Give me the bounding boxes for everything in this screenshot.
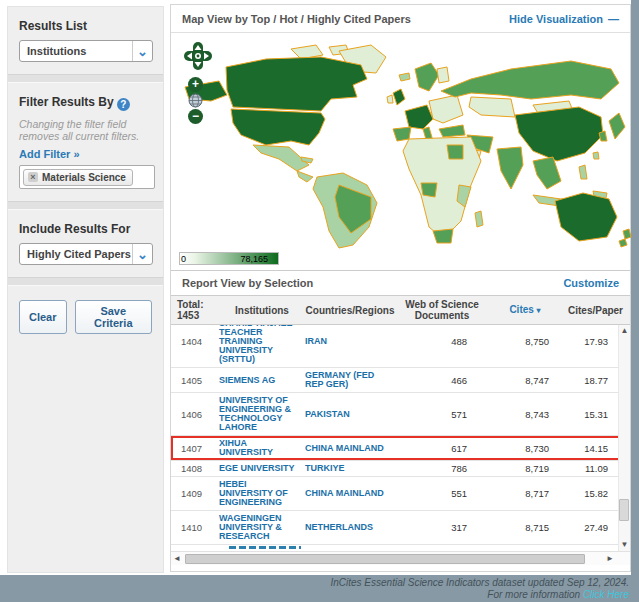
more-info-text: For more information Click Here [0, 589, 629, 601]
institution-link[interactable]: EGE UNIVERSITY [219, 464, 305, 473]
cites-value: 8,743 [489, 410, 561, 419]
scroll-left-icon[interactable]: ◄ [171, 554, 183, 563]
cites-value: 8,747 [489, 376, 561, 385]
wos-docs-value: 317 [395, 523, 489, 532]
country-link[interactable]: TURKIYE [305, 464, 395, 473]
page-footer: InCites Essential Science Indicators dat… [0, 575, 639, 602]
table-body: 1404 SHAHID RAJAEE TEACHER TRAINING UNIV… [171, 325, 630, 551]
legend-max-value: 78,165 [240, 254, 268, 264]
cites-value: 8,715 [489, 523, 561, 532]
world-map[interactable] [171, 35, 636, 253]
institution-link[interactable]: XIHUA UNIVERSITY [219, 439, 305, 457]
chevron-down-icon: ⌄ [132, 244, 152, 264]
app-window: Results List Institutions ⌄ Filter Resul… [0, 0, 631, 575]
institution-link[interactable]: SIEMENS AG [219, 376, 305, 385]
vertical-scrollbar-thumb[interactable] [619, 499, 629, 521]
institution-link[interactable]: HEBEI UNIVERSITY OF ENGINEERING [219, 480, 305, 507]
legend-min-value: 0 [181, 254, 186, 264]
filter-note: Changing the filter field removes all cu… [19, 118, 159, 142]
country-link[interactable]: CHINA MAINLAND [305, 489, 395, 498]
report-view-title: Report View by Selection [182, 277, 313, 289]
institution-link[interactable]: SHAHID RAJAEE TEACHER TRAINING UNIVERSIT… [219, 325, 305, 364]
scroll-right-icon[interactable]: ► [604, 554, 616, 563]
country-link[interactable]: GERMANY (FED REP GER) [305, 371, 395, 389]
horizontal-scrollbar[interactable]: ◄ ► [171, 551, 630, 565]
chevron-down-icon: ⌄ [132, 41, 152, 61]
click-here-link[interactable]: Click Here [583, 589, 629, 600]
wos-docs-value: 488 [395, 337, 489, 346]
include-results-select[interactable]: Highly Cited Papers ⌄ [19, 243, 153, 265]
countries-column-header[interactable]: Countries/Regions [305, 305, 395, 316]
globe-icon[interactable] [188, 93, 203, 108]
minus-icon: — [608, 13, 619, 25]
dataset-updated-text: InCites Essential Science Indicators dat… [0, 577, 629, 589]
wos-docs-value: 571 [395, 410, 489, 419]
horizontal-scrollbar-thumb[interactable] [185, 554, 585, 564]
help-icon[interactable]: ? [117, 98, 130, 111]
sidebar: Results List Institutions ⌄ Filter Resul… [7, 6, 164, 573]
zoom-out-button[interactable]: − [188, 109, 203, 124]
map-pan-control[interactable] [183, 41, 213, 75]
filter-tag-label: Materials Science [42, 172, 126, 183]
map-legend: 0 78,165 [179, 252, 279, 265]
wos-docs-value: 551 [395, 489, 489, 498]
scroll-down-icon[interactable]: ▼ [621, 539, 629, 551]
results-list-value: Institutions [27, 45, 86, 57]
table-row[interactable]: 1408 EGE UNIVERSITY TURKIYE 786 8,719 11… [171, 461, 630, 477]
rank-cell: 1406 [171, 410, 219, 419]
add-filter-link[interactable]: Add Filter » [19, 148, 152, 160]
scroll-up-icon[interactable]: ▲ [621, 325, 629, 337]
sidebar-divider [8, 277, 163, 286]
rank-cell: 1408 [171, 464, 219, 473]
table-row[interactable]: 1410 WAGENINGEN UNIVERSITY & RESEARCH NE… [171, 511, 630, 545]
main-panel: Map View by Top / Hot / Highly Cited Pap… [170, 4, 631, 572]
hide-visualization-link[interactable]: Hide Visualization— [509, 13, 619, 25]
map-view-title: Map View by Top / Hot / Highly Cited Pap… [182, 13, 411, 25]
rank-cell: 1405 [171, 376, 219, 385]
table-row[interactable]: 1406 UNIVERSITY OF ENGINEERING & TECHNOL… [171, 393, 630, 436]
include-results-value: Highly Cited Papers [27, 248, 131, 260]
wos-docs-value: 786 [395, 464, 489, 473]
countries[interactable] [185, 45, 631, 248]
wos-docs-column-header[interactable]: Web of Science Documents [395, 299, 489, 321]
country-link[interactable]: IRAN [305, 337, 395, 346]
close-icon[interactable]: × [28, 172, 38, 182]
sidebar-divider [8, 201, 163, 210]
customize-link[interactable]: Customize [563, 277, 619, 289]
table-row-highlighted[interactable]: 1407 XIHUA UNIVERSITY CHINA MAINLAND 617… [171, 436, 630, 461]
table-row[interactable]: 1405 SIEMENS AG GERMANY (FED REP GER) 46… [171, 368, 630, 393]
institutions-column-header[interactable]: Institutions [219, 305, 305, 316]
cites-column-header[interactable]: Cites ▾ [489, 304, 561, 316]
filter-tag: × Materials Science [23, 169, 133, 186]
wos-docs-value: 466 [395, 376, 489, 385]
table-row[interactable]: 1404 SHAHID RAJAEE TEACHER TRAINING UNIV… [171, 325, 630, 368]
cites-paper-column-header[interactable]: Cites/Paper [561, 305, 630, 316]
rank-cell: 1404 [171, 337, 219, 346]
total-count-header: Total: 1453 [171, 299, 219, 321]
institution-link[interactable]: WAGENINGEN UNIVERSITY & RESEARCH [219, 514, 305, 541]
sidebar-divider [8, 74, 163, 83]
table-row[interactable]: 1409 HEBEI UNIVERSITY OF ENGINEERING CHI… [171, 477, 630, 511]
country-link[interactable]: PAKISTAN [305, 410, 395, 419]
zoom-in-button[interactable]: + [188, 77, 203, 92]
include-results-label: Include Results For [19, 222, 152, 236]
results-list-select[interactable]: Institutions ⌄ [19, 40, 153, 62]
map-area: + − 0 78,165 [171, 33, 630, 270]
table-header-row: Total: 1453 Institutions Countries/Regio… [171, 295, 630, 325]
filter-field[interactable]: × Materials Science [19, 165, 155, 189]
wos-docs-value: 617 [395, 444, 489, 453]
cites-value: 8,719 [489, 464, 561, 473]
cites-value: 8,730 [489, 444, 561, 453]
institution-link[interactable]: UNIVERSITY OF ENGINEERING & TECHNOLOGY L… [219, 396, 305, 432]
country-link[interactable]: CHINA MAINLAND [305, 444, 395, 453]
rank-cell: 1407 [171, 444, 219, 453]
results-list-label: Results List [19, 19, 152, 33]
rank-cell: 1409 [171, 489, 219, 498]
pan-arrows-icon [183, 41, 213, 71]
rank-cell: 1410 [171, 523, 219, 532]
country-link[interactable]: NETHERLANDS [305, 523, 395, 532]
save-criteria-button[interactable]: Save Criteria [75, 300, 152, 334]
cites-value: 8,717 [489, 489, 561, 498]
clear-button[interactable]: Clear [19, 300, 67, 334]
sort-descending-icon: ▾ [537, 306, 541, 315]
